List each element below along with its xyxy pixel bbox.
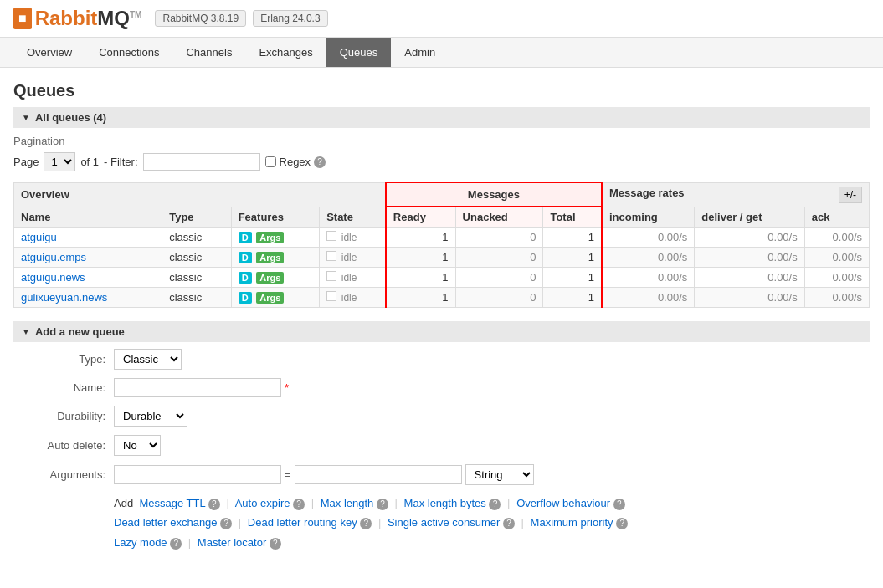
single-active-consumer-help[interactable]: ? [503, 518, 515, 529]
name-label: Name: [13, 381, 114, 394]
table-row: atguigu.emps classic D Args idle 1 0 1 0… [14, 248, 870, 268]
queue-unacked: 0 [455, 248, 543, 268]
queue-state: idle [320, 228, 386, 248]
col-type: Type [162, 207, 231, 228]
state-text: idle [341, 252, 357, 263]
queue-ready: 1 [386, 288, 455, 308]
nav-channels[interactable]: Channels [172, 38, 245, 67]
queue-unacked: 0 [455, 288, 543, 308]
link-lazy-mode[interactable]: Lazy mode [114, 536, 167, 549]
queue-deliver-get: 0.00/s [695, 268, 804, 288]
link-max-length[interactable]: Max length [321, 497, 374, 509]
state-text: idle [341, 272, 357, 284]
overview-col-header: Overview [14, 182, 386, 207]
lazy-mode-help[interactable]: ? [170, 538, 182, 550]
args-badge: Args [256, 252, 284, 263]
link-dead-letter-routing-key[interactable]: Dead letter routing key [248, 516, 357, 529]
type-select[interactable]: Classic Quorum [114, 349, 182, 370]
queue-ack: 0.00/s [804, 288, 869, 308]
d-badge: D [239, 232, 252, 243]
page-content: Queues ▼ All queues (4) Pagination Page … [0, 68, 883, 565]
auto-expire-help[interactable]: ? [293, 499, 305, 510]
required-star: * [285, 381, 289, 394]
link-dead-letter-exchange[interactable]: Dead letter exchange [114, 516, 218, 529]
arguments-label: Arguments: [13, 468, 114, 481]
queue-ready: 1 [386, 228, 455, 248]
header: ■ RabbitMQTM RabbitMQ 3.8.19 Erlang 24.0… [0, 0, 883, 38]
col-ack: ack [804, 207, 869, 228]
regex-help-icon[interactable]: ? [314, 156, 326, 168]
state-text: idle [341, 232, 357, 243]
state-checkbox [326, 231, 336, 241]
args-type-select[interactable]: String Number Boolean [465, 464, 534, 485]
max-length-bytes-help[interactable]: ? [489, 499, 501, 510]
args-inputs: = String Number Boolean [114, 464, 534, 485]
add-queue-label: Add a new queue [35, 325, 125, 338]
args-key-input[interactable] [114, 465, 281, 484]
logo-text: RabbitMQTM [35, 7, 142, 30]
queue-deliver-get: 0.00/s [695, 248, 804, 268]
queue-name-link[interactable]: atguigu [21, 231, 57, 243]
durability-select[interactable]: Durable Transient [114, 406, 187, 427]
add-queue-header[interactable]: ▼ Add a new queue [13, 321, 870, 342]
queue-ack: 0.00/s [804, 248, 869, 268]
state-checkbox [326, 271, 336, 281]
dead-letter-exchange-help[interactable]: ? [220, 518, 232, 529]
link-overflow-behaviour[interactable]: Overflow behaviour [516, 497, 610, 509]
equals-sign: = [285, 468, 291, 481]
of-label: of 1 [80, 156, 99, 168]
max-length-help[interactable]: ? [377, 499, 388, 510]
regex-label: Regex ? [265, 156, 326, 168]
page-select[interactable]: 1 [44, 152, 75, 171]
message-rates-col-header: Message rates +/- [602, 182, 870, 207]
link-max-length-bytes[interactable]: Max length bytes [404, 497, 486, 509]
regex-checkbox[interactable] [265, 156, 276, 167]
logo-icon: ■ [13, 8, 32, 29]
filter-input[interactable] [143, 153, 260, 171]
plus-minus-button[interactable]: +/- [839, 187, 862, 203]
queue-name-link[interactable]: atguigu.emps [21, 251, 86, 263]
arguments-row: Arguments: = String Number Boolean [13, 464, 870, 485]
queue-ack: 0.00/s [804, 268, 869, 288]
queue-ready: 1 [386, 268, 455, 288]
nav-exchanges[interactable]: Exchanges [245, 38, 326, 67]
queue-unacked: 0 [455, 268, 543, 288]
link-master-locator[interactable]: Master locator [198, 536, 266, 549]
queue-total: 1 [543, 228, 602, 248]
args-value-input[interactable] [295, 465, 462, 484]
queue-table-container: Overview Messages Message rates +/- Name… [13, 182, 870, 308]
queue-total: 1 [543, 248, 602, 268]
nav-connections[interactable]: Connections [85, 38, 172, 67]
queue-name-link[interactable]: gulixueyuan.news [21, 291, 107, 304]
link-message-ttl[interactable]: Message TTL [139, 497, 205, 509]
regex-text: Regex [280, 156, 311, 168]
nav-admin[interactable]: Admin [391, 38, 449, 67]
queue-state: idle [320, 288, 386, 308]
queue-name-link[interactable]: atguigu.news [21, 271, 85, 284]
all-queues-header[interactable]: ▼ All queues (4) [13, 107, 870, 128]
queue-features: D Args [231, 248, 319, 268]
rabbitmq-version: RabbitMQ 3.8.19 [155, 10, 246, 27]
message-ttl-help[interactable]: ? [208, 499, 220, 510]
link-single-active-consumer[interactable]: Single active consumer [388, 516, 500, 529]
add-queue-section: ▼ Add a new queue Type: Classic Quorum N… [13, 321, 870, 552]
nav-overview[interactable]: Overview [13, 38, 85, 67]
queue-type: classic [162, 268, 231, 288]
auto-delete-select[interactable]: No Yes [114, 435, 161, 456]
link-auto-expire[interactable]: Auto expire [235, 497, 290, 509]
dead-letter-routing-key-help[interactable]: ? [360, 518, 372, 529]
queue-table: Overview Messages Message rates +/- Name… [13, 182, 870, 308]
queue-unacked: 0 [455, 228, 543, 248]
col-deliver-get: deliver / get [695, 207, 804, 228]
queue-ready: 1 [386, 248, 455, 268]
master-locator-help[interactable]: ? [270, 538, 281, 550]
name-input[interactable] [114, 378, 281, 397]
page-label: Page [13, 156, 39, 168]
maximum-priority-help[interactable]: ? [616, 518, 628, 529]
name-row: Name: * [13, 378, 870, 397]
queue-incoming: 0.00/s [602, 288, 695, 308]
nav-queues[interactable]: Queues [326, 38, 392, 67]
overflow-behaviour-help[interactable]: ? [613, 499, 625, 510]
queue-state: idle [320, 268, 386, 288]
link-maximum-priority[interactable]: Maximum priority [531, 516, 613, 529]
